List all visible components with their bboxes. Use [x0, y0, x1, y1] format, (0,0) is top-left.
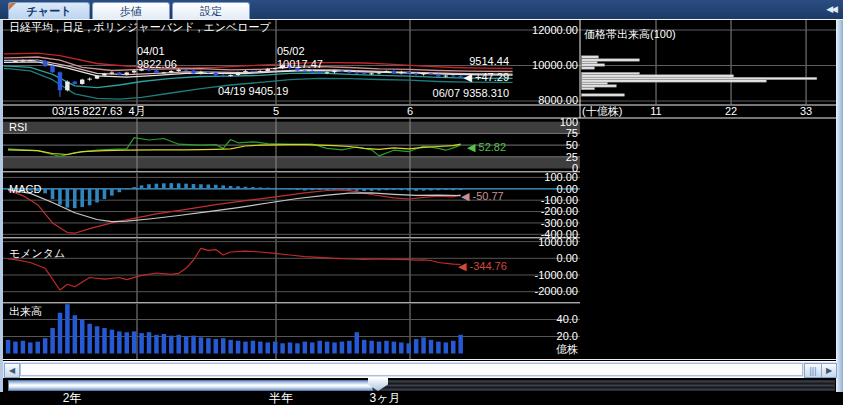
range-label-half-year: 半年 [269, 392, 293, 405]
rsi-panel-label: RSI [9, 122, 27, 133]
x-axis-tick-may: 5 [273, 106, 279, 117]
x-axis-tick-april: 4月 [128, 106, 145, 117]
annotation-low-0419: 04/19 9405.19 [218, 86, 288, 97]
tab-settings-label: 設定 [200, 4, 222, 19]
zoom-slider-track[interactable] [373, 380, 835, 391]
pbv-axis-tick-22: 22 [725, 106, 737, 117]
annotation-high-0401-date: 04/01 [137, 46, 165, 57]
pbv-title: 価格帯出来高(100) [584, 29, 676, 40]
annotation-low-0315: 03/15 8227.63 [52, 106, 122, 117]
price-axis-tick-10000: 10000.00 [532, 60, 578, 71]
right-splitter-strip[interactable] [836, 20, 843, 405]
scrollbar-thumb[interactable] [20, 363, 803, 376]
pbv-axis-tick-11: 11 [650, 106, 661, 117]
range-label-3m: 3ヶ月 [370, 392, 401, 405]
momentum-tick-m1000: -1000.00 [535, 270, 578, 281]
macd-tick-100: 100.00 [544, 172, 578, 183]
volume-panel-label: 出来高 [9, 306, 42, 317]
rsi-tick-50: 50 [566, 140, 578, 151]
annotation-peak-0502-date: 05/02 [277, 46, 305, 57]
tab-tick-data-label: 歩値 [120, 4, 142, 19]
collapse-left-icon[interactable]: ◀◀ [826, 4, 836, 14]
macd-panel-label: MACD [9, 184, 41, 195]
range-label-2y: 2年 [63, 392, 82, 405]
zoom-range-slider[interactable] [3, 378, 836, 392]
tab-corner-accent [9, 3, 16, 10]
annotation-band-value: 9514.44 [469, 56, 509, 67]
momentum-panel-label: モメンタム [9, 248, 65, 259]
tab-chart-label: チャート [27, 4, 72, 19]
scrollbar-grip-button[interactable]: ||| [804, 363, 822, 378]
tab-settings[interactable]: 設定 [172, 2, 250, 19]
tab-chart[interactable]: チャート [8, 2, 90, 19]
price-axis-tick-12000: 12000.00 [532, 25, 578, 36]
momentum-tick-1000: 1000.00 [538, 237, 578, 248]
volume-tick-40: 40.0 [557, 314, 578, 325]
chart-title: 日経平均 , 日足 , ボリンジャーバンド , エンベロープ [9, 22, 271, 33]
rsi-last-value: ◀ 52.82 [467, 142, 506, 153]
x-axis-tick-june: 6 [407, 106, 413, 117]
momentum-tick-0: 0.00 [557, 253, 578, 264]
price-axis-tick-8000: 8000.00 [538, 95, 578, 106]
pbv-axis-unit: (十億株) [582, 106, 622, 117]
tab-tick-data[interactable]: 歩値 [92, 2, 170, 19]
annotation-high-0401-value: 9822.06 [137, 59, 177, 70]
momentum-tick-m2000: -2000.00 [535, 286, 578, 297]
horizontal-scrollbar[interactable]: ◀ ||| ▶ [3, 361, 836, 377]
grip-icon: ||| [809, 366, 816, 376]
chart-content-area [3, 20, 836, 361]
volume-tick-20: 20.0 [557, 331, 578, 342]
momentum-last-value: ◀ -344.76 [458, 261, 507, 272]
macd-tick-m200: -200.00 [541, 206, 578, 217]
chart-window: チャート 歩値 設定 ◀◀ 日経平均 , 日足 , ボリンジャーバンド , エン… [0, 0, 843, 405]
scroll-right-button[interactable]: ▶ [821, 363, 837, 378]
range-label-row: 2年 半年 3ヶ月 [0, 392, 843, 405]
scroll-left-button[interactable]: ◀ [4, 363, 20, 378]
rsi-tick-75: 75 [566, 128, 578, 139]
volume-unit-label: 億株 [556, 344, 578, 355]
pbv-axis-tick-33: 33 [800, 106, 812, 117]
annotation-price-change: ◀ +47.29 [464, 72, 509, 83]
macd-last-value: ◀ -50.77 [461, 191, 504, 202]
zoom-slider-fill [8, 380, 373, 391]
annotation-peak-0502-value: 10017.47 [277, 59, 323, 70]
tab-bar: チャート 歩値 設定 ◀◀ [0, 0, 843, 20]
annotation-last-close: 06/07 9358.310 [433, 88, 509, 99]
